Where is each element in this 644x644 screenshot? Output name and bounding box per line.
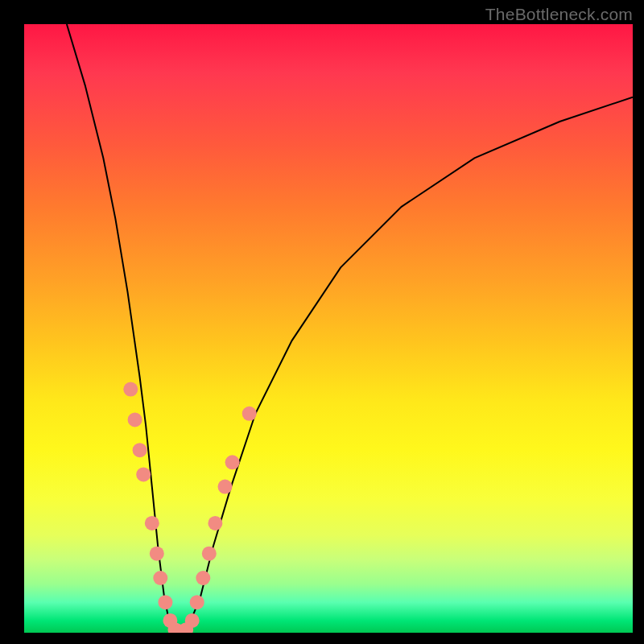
- data-marker: [153, 571, 167, 585]
- data-marker: [158, 595, 172, 609]
- marker-group: [123, 382, 256, 633]
- data-marker: [190, 595, 204, 609]
- data-marker: [133, 443, 147, 457]
- data-marker: [196, 571, 210, 585]
- data-marker: [136, 467, 151, 481]
- data-marker: [242, 407, 257, 421]
- data-marker: [150, 547, 164, 561]
- data-marker: [218, 480, 233, 494]
- data-marker: [128, 412, 142, 427]
- bottleneck-curve-path: [67, 24, 633, 633]
- data-marker: [202, 547, 217, 561]
- data-marker: [123, 382, 138, 397]
- data-marker: [145, 516, 159, 530]
- watermark-text: TheBottleneck.com: [485, 5, 633, 24]
- data-marker: [225, 455, 240, 469]
- data-marker: [208, 516, 222, 530]
- data-marker: [185, 613, 200, 628]
- bottleneck-chart: [24, 24, 633, 633]
